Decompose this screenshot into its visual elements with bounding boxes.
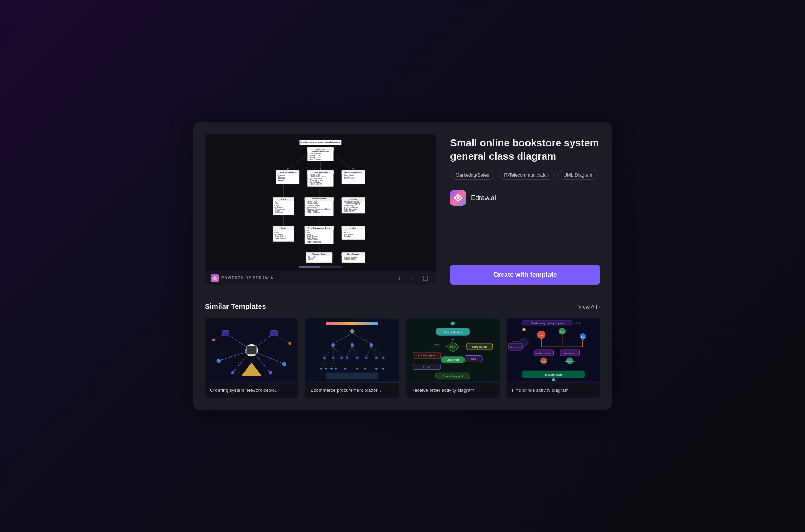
svg-text:- Book List: - Book List [342, 235, 351, 237]
diagram-canvas: Small online bookstore system overall cl… [205, 134, 436, 271]
template-label-3: Receive order activity diagram [406, 383, 500, 398]
template-thumb-1 [205, 318, 298, 383]
svg-point-164 [323, 357, 326, 360]
template-title: Small online bookstore system general cl… [450, 137, 600, 163]
svg-point-184 [382, 368, 384, 370]
svg-point-176 [320, 368, 322, 370]
svg-text:- Order Processing: - Order Processing [305, 240, 321, 243]
fullscreen-button[interactable] [421, 274, 430, 283]
svg-text:Book Management: Book Management [279, 171, 295, 173]
svg-text:Received payment: Received payment [443, 375, 463, 378]
preview-toolbar: POWERED BY EDRAW.AI + − [205, 271, 436, 285]
svg-point-167 [346, 357, 348, 360]
svg-point-155 [369, 343, 373, 347]
svg-point-140 [288, 342, 291, 345]
svg-text:- Verify Customer: - Verify Customer [305, 212, 320, 214]
view-all-button[interactable]: View All › [578, 303, 600, 310]
template-label-2: Ecommerce procurement platfor... [305, 383, 399, 398]
svg-text:Small online bookstore system : Small online bookstore system overall cl… [297, 141, 343, 143]
svg-marker-122 [352, 168, 354, 170]
svg-text:«interface»: «interface» [316, 148, 325, 150]
svg-point-166 [340, 357, 343, 360]
template-label-1: Ordering system network deplo... [205, 383, 298, 398]
section-header: Similar Templates View All › [205, 302, 600, 311]
svg-point-178 [330, 368, 333, 370]
svg-point-187 [451, 322, 455, 326]
svg-point-168 [356, 357, 359, 360]
create-with-template-button[interactable]: Create with template [450, 265, 600, 285]
svg-text:Preparing goods: Preparing goods [418, 355, 436, 358]
svg-text:- Order History: - Order History [342, 210, 355, 212]
svg-text:Cup: Cup [581, 336, 585, 338]
svg-point-181 [356, 368, 358, 370]
zoom-in-button[interactable]: + [395, 274, 404, 283]
template-card-2[interactable]: Ecommerce procurement platfor... [305, 318, 399, 398]
svg-text:Received order: Received order [444, 331, 462, 334]
svg-rect-147 [305, 319, 399, 382]
svg-rect-145 [270, 331, 277, 336]
svg-point-136 [282, 362, 287, 367]
similar-templates-section: Similar Templates View All › [205, 302, 600, 398]
template-label-4: Find drinks activity diagram [507, 383, 600, 398]
svg-rect-144 [222, 331, 229, 336]
svg-point-171 [382, 357, 385, 360]
powered-by-text: POWERED BY EDRAW.AI [221, 276, 275, 280]
svg-marker-120 [319, 168, 321, 170]
svg-point-170 [375, 357, 378, 360]
tag-it[interactable]: IT/Telecommunication [498, 170, 554, 180]
svg-text:EMI: EMI [471, 358, 476, 360]
svg-text:- Country: - Country [307, 257, 314, 260]
svg-text:reject: reject [434, 343, 439, 346]
svg-point-137 [231, 371, 234, 375]
zoom-out-button[interactable]: − [408, 274, 417, 283]
section-title: Similar Templates [205, 302, 266, 311]
template-thumb-2 [305, 318, 399, 383]
svg-text:fall entry into: fall entry into [510, 346, 522, 349]
template-thumb-3: Received order check reject Preparing go… [406, 318, 500, 383]
preview-scrollbar [299, 266, 342, 268]
template-card-1[interactable]: Ordering system network deplo... [205, 318, 298, 398]
svg-point-177 [325, 368, 327, 370]
svg-point-123 [214, 278, 215, 279]
toolbar-controls: + − [395, 274, 430, 283]
svg-text:Drink Beverage: Drink Beverage [545, 373, 562, 376]
svg-point-149 [350, 329, 355, 334]
svg-text:Find: Find [539, 334, 543, 337]
svg-text:Store Manager: Store Manager [347, 253, 359, 255]
template-card-4[interactable]: Find beverage activity diagram f [507, 318, 600, 398]
svg-text:- View Product: - View Product [308, 158, 321, 160]
template-thumb-4: Find beverage activity diagram f [507, 318, 600, 383]
svg-point-182 [364, 368, 366, 370]
svg-text:- Author Details: - Author Details [343, 177, 355, 179]
svg-text:Author: Author [350, 227, 356, 229]
main-content: Small online bookstore system overall cl… [205, 134, 600, 285]
svg-text:Pulling for the...: Pulling for the... [536, 352, 551, 354]
svg-text:- Manage Books: - Manage Books [342, 257, 356, 260]
svg-point-135 [217, 359, 221, 363]
svg-rect-143 [246, 346, 257, 355]
template-card-3[interactable]: Received order check reject Preparing go… [406, 318, 500, 398]
author-row: Edraw.ai [450, 190, 600, 206]
svg-text:Find: Find [560, 331, 564, 333]
tags-row: Marketing/Sales IT/Telecommunication UML… [450, 170, 600, 180]
svg-point-169 [365, 357, 368, 360]
svg-text:Bosc.coffee: Bosc.coffee [565, 360, 575, 363]
svg-text:Turn on the...: Turn on the... [563, 352, 576, 354]
edraw-logo-icon [453, 193, 463, 203]
svg-point-220 [522, 328, 526, 332]
preview-panel: Small online bookstore system overall cl… [205, 134, 436, 285]
svg-point-165 [332, 357, 335, 360]
svg-text:Customer: Customer [349, 198, 357, 200]
svg-text:⋯: ⋯ [365, 141, 367, 143]
svg-text:Address / Details: Address / Details [312, 253, 326, 255]
svg-point-246 [552, 378, 555, 381]
svg-marker-121 [286, 168, 289, 170]
svg-text:Order: Order [281, 227, 286, 229]
tag-marketing[interactable]: Marketing/Sales [450, 170, 494, 180]
app-container: Small online bookstore system overall cl… [193, 122, 612, 409]
tag-uml[interactable]: UML Diagram [558, 170, 598, 180]
svg-point-180 [344, 368, 346, 370]
svg-text:Author Management: Author Management [344, 171, 362, 173]
svg-point-154 [351, 343, 354, 347]
svg-text:Order Management Admin: Order Management Admin [308, 227, 330, 229]
